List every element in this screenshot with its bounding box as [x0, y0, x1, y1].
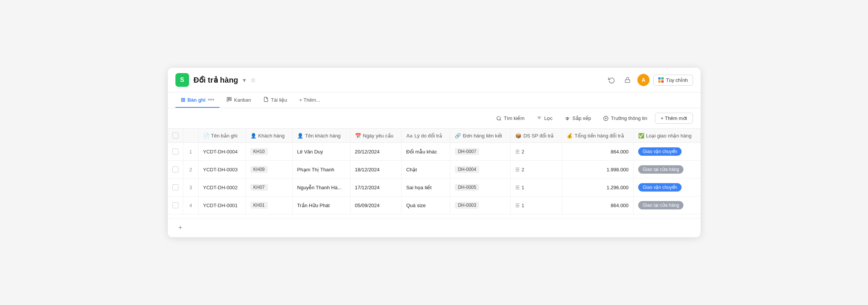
- cell-loai-giao-nhan: Giao tại cửa hàng: [633, 196, 700, 214]
- row-checkbox[interactable]: [172, 166, 178, 172]
- cell-tong-tien: 1.296.000: [562, 179, 634, 196]
- ds-sp-icon: ☰: [515, 167, 520, 172]
- tab-tai-lieu[interactable]: Tài liệu: [258, 93, 293, 108]
- header-right: A Tùy chỉnh: [605, 74, 693, 86]
- row-checkbox[interactable]: [172, 184, 178, 190]
- tab-kanban[interactable]: Kanban: [221, 93, 256, 108]
- svg-rect-1: [227, 97, 228, 101]
- header: S Đổi trả hàng ▾ ☆ A Tùy: [168, 68, 701, 93]
- star-icon[interactable]: ☆: [249, 75, 257, 85]
- sort-button[interactable]: Sắp xếp: [560, 113, 596, 123]
- tab-ban-ghi[interactable]: ⊞ Bàn ghi •••: [175, 93, 220, 108]
- svg-rect-3: [230, 97, 231, 101]
- cell-ly-do: Đổi mẫu khác: [401, 143, 450, 161]
- cell-ly-do: Quá size: [401, 196, 450, 214]
- search-button[interactable]: Tìm kiếm: [492, 113, 529, 123]
- cell-ten-ban-ghi: YCDT-DH-0002: [198, 179, 245, 196]
- table-wrapper: 📄 Tên bản ghi 👤 Khách hàng 👤 Tê: [168, 128, 701, 218]
- select-all-checkbox[interactable]: [172, 133, 178, 139]
- cell-don-hang: DH-0004: [450, 161, 511, 179]
- row-checkbox-cell: [168, 161, 183, 179]
- app-icon: S: [175, 73, 189, 87]
- cell-don-hang: DH-0007: [450, 143, 511, 161]
- main-table: 📄 Tên bản ghi 👤 Khách hàng 👤 Tê: [168, 128, 701, 214]
- fields-icon: [603, 116, 608, 121]
- row-number: 2: [183, 161, 198, 179]
- cell-ten-khach-hang: Trần Hữu Phát: [292, 196, 350, 214]
- total-col-icon: 💰: [567, 133, 573, 139]
- row-number: 4: [183, 196, 198, 214]
- cell-ly-do: Sai họa tiết: [401, 179, 450, 196]
- grid-icon: [658, 77, 664, 83]
- ds-sp-icon: ☰: [515, 203, 520, 208]
- row-checkbox-cell: [168, 196, 183, 214]
- cell-khach-hang: KH09: [245, 161, 292, 179]
- delivery-col-icon: ✅: [638, 133, 644, 139]
- table-row[interactable]: 3 YCDT-DH-0002 KH07 Nguyễn Thanh Hà... 1…: [168, 179, 701, 196]
- svg-line-5: [500, 119, 501, 120]
- table-row[interactable]: 1 YCDT-DH-0004 KH10 Lê Văn Duy 20/12/202…: [168, 143, 701, 161]
- tab-more-icon[interactable]: •••: [208, 96, 214, 103]
- cell-ngay-yeu-cau: 18/12/2024: [350, 161, 401, 179]
- cell-ds-sp: ☰ 2: [511, 143, 562, 161]
- cell-ngay-yeu-cau: 17/12/2024: [350, 179, 401, 196]
- cell-ngay-yeu-cau: 20/12/2024: [350, 143, 401, 161]
- add-row-area: +: [168, 218, 701, 237]
- th-checkbox: [168, 129, 183, 143]
- svg-point-4: [497, 116, 500, 120]
- ds-sp-icon: ☰: [515, 185, 520, 190]
- filter-icon: [537, 116, 542, 121]
- table-row[interactable]: 4 YCDT-DH-0001 KH01 Trần Hữu Phát 05/09/…: [168, 196, 701, 214]
- app-container: S Đổi trả hàng ▾ ☆ A Tùy: [168, 68, 701, 237]
- cell-khach-hang: KH01: [245, 196, 292, 214]
- cell-ten-khach-hang: Lê Văn Duy: [292, 143, 350, 161]
- cell-loai-giao-nhan: Giao tại cửa hàng: [633, 161, 700, 179]
- cell-ten-ban-ghi: YCDT-DH-0004: [198, 143, 245, 161]
- dropdown-chevron-icon[interactable]: ▾: [241, 75, 247, 85]
- th-ly-do: Aa Lý do đổi trả: [401, 129, 450, 143]
- history-icon[interactable]: [605, 74, 618, 86]
- cell-ten-ban-ghi: YCDT-DH-0003: [198, 161, 245, 179]
- row-checkbox-cell: [168, 179, 183, 196]
- tabs-bar: ⊞ Bàn ghi ••• Kanban Tài liệu + Thêm...: [168, 93, 701, 108]
- cell-ds-sp: ☰ 1: [511, 179, 562, 196]
- fields-button[interactable]: Trường thông tin: [599, 113, 652, 123]
- delivery-tag: Giao vận chuyển: [638, 183, 682, 192]
- filter-button[interactable]: Lọc: [532, 113, 557, 123]
- cell-khach-hang: KH10: [245, 143, 292, 161]
- cell-khach-hang: KH07: [245, 179, 292, 196]
- th-ten-ban-ghi: 📄 Tên bản ghi: [198, 129, 245, 143]
- customer-name-col-icon: 👤: [297, 133, 303, 139]
- cell-don-hang: DH-0003: [450, 196, 511, 214]
- lock-icon[interactable]: [621, 74, 634, 86]
- cell-ten-khach-hang: Nguyễn Thanh Hà...: [292, 179, 350, 196]
- svg-rect-0: [625, 80, 630, 82]
- add-new-button[interactable]: + Thêm mới: [655, 113, 693, 124]
- delivery-tag: Giao vận chuyển: [638, 147, 682, 156]
- cell-tong-tien: 864.000: [562, 143, 634, 161]
- avatar[interactable]: A: [637, 74, 650, 86]
- tab-them[interactable]: + Thêm...: [294, 93, 326, 107]
- th-num: [183, 129, 198, 143]
- row-checkbox[interactable]: [172, 202, 178, 208]
- th-ngay-yeu-cau: 📅 Ngày yêu cầu: [350, 129, 401, 143]
- th-ten-khach-hang: 👤 Tên khách hàng: [292, 129, 350, 143]
- cell-ten-ban-ghi: YCDT-DH-0001: [198, 196, 245, 214]
- table-row[interactable]: 2 YCDT-DH-0003 KH09 Phạm Thị Thanh 18/12…: [168, 161, 701, 179]
- tuy-chinh-button[interactable]: Tùy chỉnh: [653, 75, 693, 86]
- row-checkbox[interactable]: [172, 149, 178, 155]
- th-khach-hang: 👤 Khách hàng: [245, 129, 292, 143]
- cell-ten-khach-hang: Phạm Thị Thanh: [292, 161, 350, 179]
- th-don-hang: 🔗 Đơn hàng liên kết: [450, 129, 511, 143]
- cell-tong-tien: 864.000: [562, 196, 634, 214]
- reason-col-icon: Aa: [406, 133, 412, 139]
- th-loai-giao-nhan: ✅ Loại giao nhận hàng: [633, 129, 700, 143]
- cell-don-hang: DH-0005: [450, 179, 511, 196]
- date-col-icon: 📅: [355, 133, 361, 139]
- record-col-icon: 📄: [203, 133, 209, 139]
- add-row-button[interactable]: +: [175, 222, 186, 233]
- ds-sp-icon: ☰: [515, 149, 520, 155]
- row-number: 1: [183, 143, 198, 161]
- search-icon: [496, 116, 502, 121]
- cell-ngay-yeu-cau: 05/09/2024: [350, 196, 401, 214]
